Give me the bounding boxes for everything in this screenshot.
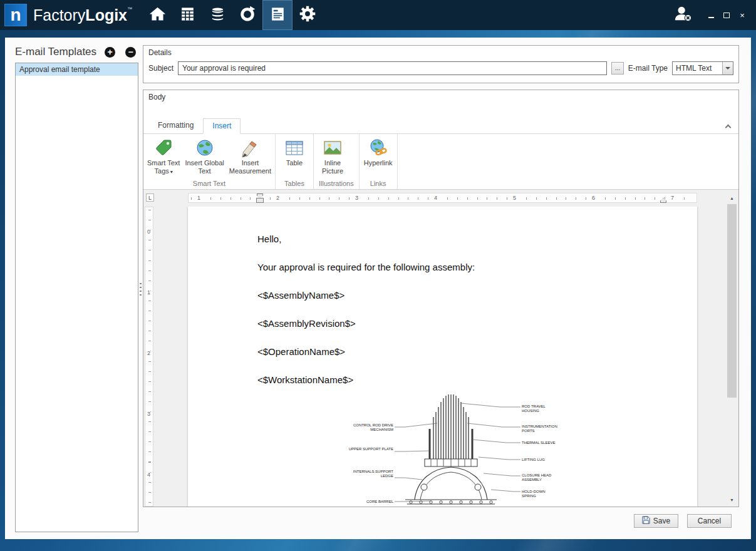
insert-global-text-button[interactable]: Insert GlobalText <box>182 135 226 175</box>
editor-scrollbar[interactable]: ▲ ▼ <box>727 193 737 505</box>
logout-user-button[interactable] <box>673 4 692 26</box>
maximize-icon <box>723 13 730 18</box>
ruler-number: 3 <box>354 195 360 201</box>
plus-icon: + <box>107 48 112 56</box>
save-icon <box>642 516 650 526</box>
document-text: Hello, Your approval is required for the… <box>257 233 678 402</box>
ribbon: Smart TextTags▾ Insert GlobalText <box>143 134 738 189</box>
table-button[interactable]: Table <box>277 135 312 167</box>
body-group-title: Body <box>143 90 738 103</box>
gear-icon <box>299 5 316 25</box>
nav-materials[interactable] <box>202 0 232 30</box>
dropdown-caret-icon: ▾ <box>170 169 173 175</box>
scroll-thumb[interactable] <box>727 204 737 398</box>
ribbon-group-label: Links <box>361 179 396 189</box>
tab-formatting[interactable]: Formatting <box>148 118 203 133</box>
splitter-grip-icon <box>140 283 142 298</box>
home-icon <box>148 5 167 26</box>
close-button[interactable]: × <box>738 9 746 21</box>
diagram-label: THERMAL SLEEVE <box>522 441 557 445</box>
email-type-select[interactable]: HTML Text <box>672 61 733 75</box>
paragraph: <$WorkstationName$> <box>257 374 678 386</box>
ruler-number: 4 <box>433 195 438 201</box>
app-logo-letter: n <box>10 6 21 24</box>
picture-icon <box>323 138 343 158</box>
chevron-up-icon <box>725 125 731 131</box>
cancel-button[interactable]: Cancel <box>687 514 732 528</box>
diagram-label: ROD TRAVEL HOUSING <box>522 404 557 413</box>
template-list[interactable]: Approval email template <box>15 63 138 532</box>
smart-text-tags-button[interactable]: Smart TextTags▾ <box>145 135 182 176</box>
subject-browse-button[interactable]: ... <box>611 62 624 75</box>
vertical-ruler[interactable]: 0 1 2 3 4 <box>145 207 153 507</box>
main-window: E-mail Templates + − Approval email temp… <box>5 38 751 539</box>
pencil-icon <box>240 138 260 158</box>
ribbon-group-links: Hyperlink Links <box>360 134 398 189</box>
ruler-number: 7 <box>670 195 675 201</box>
ribbon-group-tables: Table Tables <box>276 134 314 189</box>
document-canvas: Hello, Your approval is required for the… <box>154 207 726 507</box>
nav-analytics[interactable] <box>232 0 262 30</box>
document-editor: L 1 2 3 4 5 6 7 0 1 <box>143 189 738 507</box>
left-indent-marker[interactable] <box>256 198 264 203</box>
titlebar: n FactoryLogix™ <box>0 0 756 30</box>
diagram-label: UPPER SUPPORT PLATE <box>344 447 393 451</box>
document-page[interactable]: Hello, Your approval is required for the… <box>188 207 697 507</box>
add-template-button[interactable]: + <box>105 47 115 58</box>
footer-actions: Save Cancel <box>634 514 732 528</box>
subject-input[interactable] <box>178 61 607 75</box>
save-button[interactable]: Save <box>634 514 678 528</box>
diagram-label: CONTROL ROD DRIVE MECHANISM <box>344 423 393 432</box>
details-group-title: Details <box>143 46 738 58</box>
scroll-up-button[interactable]: ▲ <box>727 193 737 203</box>
document-report-icon <box>269 6 286 25</box>
ribbon-tabstrip: Formatting Insert <box>143 119 738 134</box>
ruler-number: 3 <box>147 411 150 417</box>
collapse-ribbon-button[interactable] <box>723 123 732 131</box>
sidebar-header: E-mail Templates + − <box>15 44 139 60</box>
ruler-number: 2 <box>275 195 281 201</box>
tab-stop-selector[interactable]: L <box>146 193 154 202</box>
spreadsheet-icon <box>179 6 196 25</box>
tab-insert[interactable]: Insert <box>203 118 241 134</box>
paragraph: <$OperationName$> <box>257 346 678 358</box>
scroll-down-button[interactable]: ▼ <box>727 495 737 505</box>
hyperlink-button[interactable]: Hyperlink <box>361 135 396 167</box>
sidebar-splitter[interactable] <box>138 38 143 539</box>
email-type-label: E-mail Type <box>628 64 668 73</box>
paragraph: <$AssemblyRevision$> <box>257 317 678 330</box>
nav-templates[interactable] <box>262 0 293 30</box>
minimize-button[interactable] <box>707 9 715 21</box>
ribbon-group-label: Tables <box>277 179 312 189</box>
insert-measurement-button[interactable]: InsertMeasurement <box>227 135 274 175</box>
database-stack-icon <box>209 6 226 25</box>
tag-icon <box>153 138 173 158</box>
templates-sidebar: E-mail Templates + − Approval email temp… <box>5 38 139 539</box>
app-title: FactoryLogix™ <box>33 6 132 24</box>
desktop: { "titlebar": { "logo_letter": "n", "bra… <box>0 0 756 551</box>
template-list-item[interactable]: Approval email template <box>16 63 138 76</box>
horizontal-ruler[interactable]: 1 2 3 4 5 6 7 <box>188 193 697 203</box>
diagram-label: INSTRUMENTATION PORTS <box>522 425 557 433</box>
email-type-value: HTML Text <box>676 64 712 73</box>
titlebar-right: × <box>673 4 756 26</box>
body-group: Body Formatting Insert Smart TextTags▾ <box>143 90 739 507</box>
ruler-number: 6 <box>591 195 596 201</box>
remove-template-button[interactable]: − <box>125 47 136 58</box>
assembly-diagram[interactable]: ROD TRAVEL HOUSING INSTRUMENTATION PORTS… <box>344 394 557 507</box>
minimize-icon <box>708 17 714 18</box>
ruler-number: 4 <box>147 471 150 478</box>
diagram-label: INTERNALS SUPPORT LEDGE <box>344 470 393 478</box>
nav-production[interactable] <box>172 0 202 30</box>
ruler-number: 5 <box>512 195 517 201</box>
maximize-button[interactable] <box>723 9 730 21</box>
paragraph: Your approval is required for the follow… <box>257 261 678 274</box>
arrow-up-icon: ▲ <box>730 196 734 200</box>
nav-home[interactable] <box>142 0 172 30</box>
inline-picture-button[interactable]: InlinePicture <box>315 135 350 175</box>
ruler-number: 1 <box>196 195 202 201</box>
paragraph: Hello, <box>257 233 678 245</box>
user-logout-icon <box>673 14 692 25</box>
table-icon <box>284 138 304 158</box>
nav-settings[interactable] <box>293 0 323 30</box>
